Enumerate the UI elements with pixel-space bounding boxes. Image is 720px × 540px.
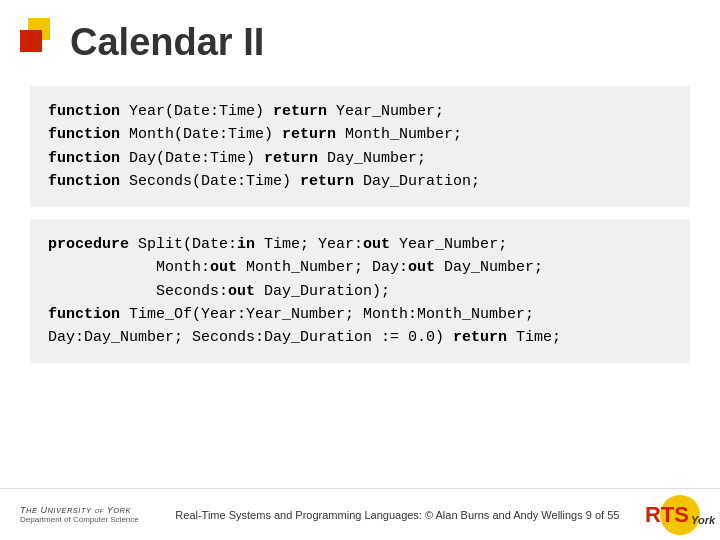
logo-red-square xyxy=(20,30,42,52)
university-name: THE UNIVERSITY of YORK xyxy=(20,505,131,515)
logo-accent xyxy=(20,18,58,66)
code-line-3: function Day(Date:Time) return Day_Numbe… xyxy=(48,147,672,170)
footer-right: RTSYork xyxy=(656,495,700,535)
code-block-2: procedure Split(Date:in Time; Year:out Y… xyxy=(30,219,690,363)
rts-logo: RTSYork xyxy=(645,502,715,528)
footer-copyright: Real-Time Systems and Programming Langua… xyxy=(139,509,656,521)
code-line-6: Month:out Month_Number; Day:out Day_Numb… xyxy=(48,256,672,279)
code-line-5: procedure Split(Date:in Time; Year:out Y… xyxy=(48,233,672,256)
rts-logo-circle: RTSYork xyxy=(660,495,700,535)
page-title: Calendar II xyxy=(70,21,264,64)
code-line-7: Seconds:out Day_Duration); xyxy=(48,280,672,303)
code-line-1: function Year(Date:Time) return Year_Num… xyxy=(48,100,672,123)
footer: THE UNIVERSITY of YORK Department of Com… xyxy=(0,488,720,540)
code-block-1: function Year(Date:Time) return Year_Num… xyxy=(30,86,690,207)
code-line-9: Day:Day_Number; Seconds:Day_Duration := … xyxy=(48,326,672,349)
header: Calendar II xyxy=(0,0,720,76)
footer-left: THE UNIVERSITY of YORK Department of Com… xyxy=(20,505,139,524)
university-name-text: THE UNIVERSITY of YORK xyxy=(20,505,131,515)
rts-york-label: York xyxy=(691,514,715,526)
code-line-4: function Seconds(Date:Time) return Day_D… xyxy=(48,170,672,193)
rts-r-letter: R xyxy=(645,502,661,528)
main-content: function Year(Date:Time) return Year_Num… xyxy=(0,76,720,373)
code-line-8: function Time_Of(Year:Year_Number; Month… xyxy=(48,303,672,326)
university-of: of xyxy=(95,505,104,515)
rts-s-letter: S xyxy=(674,502,689,528)
rts-t-letter: T xyxy=(661,502,674,528)
code-line-2: function Month(Date:Time) return Month_N… xyxy=(48,123,672,146)
department-name: Department of Computer Science xyxy=(20,515,139,524)
